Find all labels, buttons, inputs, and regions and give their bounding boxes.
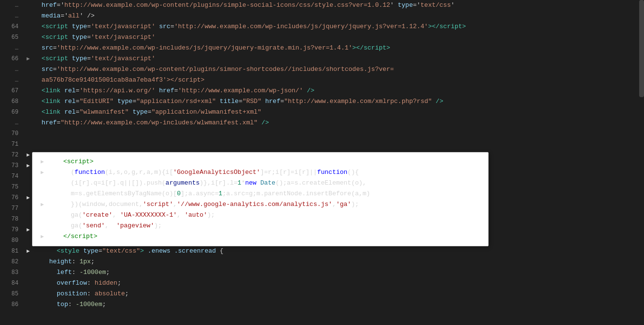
line-ellipsis-5: … aa576b78ce914015001cab8aa7eba4f3'></sc…	[0, 75, 644, 86]
line-num-e5: …	[0, 75, 24, 86]
popup-arrow-72[interactable]: ▶	[38, 156, 46, 167]
line-num-77: 77	[0, 203, 24, 214]
line-86: 86 top: -1000em;	[0, 299, 644, 310]
line-65: 65 <script type='text/javascript'	[0, 32, 644, 43]
code-tooltip-popup: ▶ <script> ▶ (function(i,s,o,g,r,a,m){i[…	[32, 152, 489, 246]
line-num-65: 65	[0, 32, 24, 43]
line-content-e5: aa576b78ce914015001cab8aa7eba4f3'></scri…	[32, 75, 644, 86]
line-content-68: <link rel="EditURI" type="application/rs…	[32, 96, 644, 107]
line-content-e3: src='http://www.example.com/wp-includes/…	[32, 43, 644, 53]
line-arrow-76[interactable]: ▶	[24, 192, 32, 203]
line-num-72: 72	[0, 150, 24, 160]
line-num-e6: …	[0, 118, 24, 128]
popup-line-73: ▶ (function(i,s,o,g,r,a,m){i['GoogleAnal…	[33, 167, 488, 178]
line-content-84: overflow: hidden;	[32, 278, 644, 289]
popup-content-72: <script>	[48, 156, 482, 167]
code-area: … href='http://www.example.com/wp-conten…	[0, 0, 644, 325]
line-num-80: 80	[0, 235, 24, 246]
line-content-64: <script type='text/javascript' src='http…	[32, 21, 644, 32]
line-num-76: 76	[0, 192, 24, 203]
line-num-84: 84	[0, 278, 24, 289]
popup-line-75: m=s.getElementsByTagName(o)[0];a.async=1…	[33, 188, 488, 199]
line-content-e2: media='all' />	[32, 11, 644, 21]
line-num-71: 71	[0, 139, 24, 150]
line-num-73: 73	[0, 160, 24, 171]
line-content-69: <link rel="wlwmanifest" type="applicatio…	[32, 107, 644, 118]
line-ellipsis-2: … media='all' />	[0, 11, 644, 21]
line-num-66: 66	[0, 53, 24, 64]
line-num-e4: …	[0, 64, 24, 75]
line-content-83: left: -1000em;	[32, 267, 644, 278]
line-content-65: <script type='text/javascript'	[32, 32, 644, 43]
line-arrow-73[interactable]: ▶	[24, 160, 32, 171]
line-71: 71	[0, 139, 644, 150]
line-69: 69 <link rel="wlwmanifest" type="applica…	[0, 107, 644, 118]
line-num-e2: …	[0, 11, 24, 21]
line-84: 84 overflow: hidden;	[0, 278, 644, 289]
popup-content-77: ga('create', 'UA-XXXXXXXX-1', 'auto');	[48, 210, 482, 221]
line-arrow-79[interactable]: ▶	[24, 224, 32, 235]
line-content-81: <style type="text/css"> .enews .screenre…	[32, 246, 644, 257]
popup-arrow-76[interactable]: ▶	[38, 199, 46, 210]
line-num-85: 85	[0, 289, 24, 299]
line-num-75: 75	[0, 182, 24, 192]
line-content-67: <link rel='https://api.w.org/' href='htt…	[32, 86, 644, 96]
line-ellipsis-1: … href='http://www.example.com/wp-conten…	[0, 0, 644, 11]
line-num-79: 79	[0, 224, 24, 235]
line-content-82: height: 1px;	[32, 257, 644, 267]
popup-line-72: ▶ <script>	[33, 156, 488, 167]
popup-arrow-79[interactable]: ▶	[38, 231, 46, 242]
popup-content-78: ga('send', 'pageview');	[48, 221, 482, 231]
popup-content-73: (function(i,s,o,g,r,a,m){i['GoogleAnalyt…	[48, 167, 482, 178]
line-content-e4: src='http://www.example.com/wp-content/p…	[32, 64, 644, 75]
line-num-83: 83	[0, 267, 24, 278]
line-arrow-72[interactable]: ▶	[24, 150, 32, 160]
popup-content-75: m=s.getElementsByTagName(o)[0];a.async=1…	[48, 188, 482, 199]
line-66: 66 ▶ <script type='text/javascript'	[0, 53, 644, 64]
line-num-64: 64	[0, 21, 24, 32]
line-70: 70	[0, 128, 644, 139]
line-content-e1: href='http://www.example.com/wp-content/…	[32, 0, 644, 11]
line-85: 85 position: absolute;	[0, 289, 644, 299]
line-num-e3: …	[0, 43, 24, 53]
line-ellipsis-3: … src='http://www.example.com/wp-include…	[0, 43, 644, 53]
line-num-e1: …	[0, 0, 24, 11]
line-content-66: <script type='text/javascript'	[32, 53, 644, 64]
line-num-68: 68	[0, 96, 24, 107]
popup-line-78: ga('send', 'pageview');	[33, 221, 488, 231]
popup-content-74: (i[r].q=i[r].q||[]).push(arguments)},i[r…	[48, 178, 482, 188]
line-67: 67 <link rel='https://api.w.org/' href='…	[0, 86, 644, 96]
line-num-82: 82	[0, 257, 24, 267]
line-num-70: 70	[0, 128, 24, 139]
popup-content-79: </script>	[48, 231, 482, 242]
line-num-69: 69	[0, 107, 24, 118]
line-content-85: position: absolute;	[32, 289, 644, 299]
line-num-74: 74	[0, 171, 24, 182]
line-81: 81 ▶ <style type="text/css"> .enews .scr…	[0, 246, 644, 257]
line-num-86: 86	[0, 299, 24, 310]
popup-content-76: })(window,document,'script','//www.googl…	[48, 199, 482, 210]
line-ellipsis-6: … href="http://www.example.com/wp-includ…	[0, 118, 644, 128]
line-68: 68 <link rel="EditURI" type="application…	[0, 96, 644, 107]
line-arrow-81[interactable]: ▶	[24, 246, 32, 257]
popup-line-74: (i[r].q=i[r].q||[]).push(arguments)},i[r…	[33, 178, 488, 188]
line-num-67: 67	[0, 86, 24, 96]
line-num-81: 81	[0, 246, 24, 257]
popup-arrow-73[interactable]: ▶	[38, 167, 46, 178]
editor-container: … href='http://www.example.com/wp-conten…	[0, 0, 644, 325]
line-content-e6: href="http://www.example.com/wp-includes…	[32, 118, 644, 128]
scrollbar-thumb[interactable]	[639, 0, 644, 97]
line-num-78: 78	[0, 214, 24, 224]
line-content-86: top: -1000em;	[32, 299, 644, 310]
line-83: 83 left: -1000em;	[0, 267, 644, 278]
line-arrow-66[interactable]: ▶	[24, 53, 32, 64]
popup-line-77: ga('create', 'UA-XXXXXXXX-1', 'auto');	[33, 210, 488, 221]
line-ellipsis-4: … src='http://www.example.com/wp-content…	[0, 64, 644, 75]
scrollbar[interactable]	[639, 0, 644, 325]
line-64: 64 <script type='text/javascript' src='h…	[0, 21, 644, 32]
popup-line-76: ▶ })(window,document,'script','//www.goo…	[33, 199, 488, 210]
line-82: 82 height: 1px;	[0, 257, 644, 267]
popup-line-79: ▶ </script>	[33, 231, 488, 242]
